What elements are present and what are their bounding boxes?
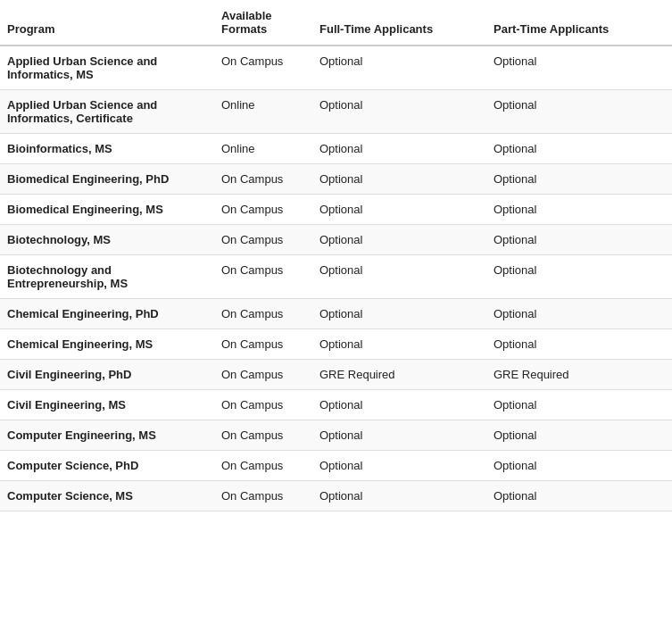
cell-program: Biomedical Engineering, MS xyxy=(0,195,214,225)
cell-program: Computer Science, MS xyxy=(0,481,214,511)
cell-parttime: GRE Required xyxy=(486,360,672,390)
cell-parttime: Optional xyxy=(486,90,672,134)
table-row: Applied Urban Science and Informatics, M… xyxy=(0,46,672,90)
cell-parttime: Optional xyxy=(486,420,672,451)
cell-program: Computer Engineering, MS xyxy=(0,420,214,451)
header-parttime: Part-Time Applicants xyxy=(486,0,672,46)
table-row: Biomedical Engineering, MSOn CampusOptio… xyxy=(0,195,672,225)
table-row: Computer Engineering, MSOn CampusOptiona… xyxy=(0,420,672,451)
cell-program: Biomedical Engineering, PhD xyxy=(0,164,214,195)
cell-fulltime: Optional xyxy=(312,90,486,134)
cell-formats: On Campus xyxy=(214,164,312,195)
cell-parttime: Optional xyxy=(486,164,672,195)
table-row: Applied Urban Science and Informatics, C… xyxy=(0,90,672,134)
table-row: Bioinformatics, MSOnlineOptionalOptional xyxy=(0,134,672,164)
cell-fulltime: Optional xyxy=(312,299,486,329)
table-row: Civil Engineering, MSOn CampusOptionalOp… xyxy=(0,390,672,420)
cell-formats: On Campus xyxy=(214,225,312,255)
table-row: Computer Science, MSOn CampusOptionalOpt… xyxy=(0,481,672,511)
table-row: Chemical Engineering, PhDOn CampusOption… xyxy=(0,299,672,329)
cell-formats: On Campus xyxy=(214,299,312,329)
cell-parttime: Optional xyxy=(486,225,672,255)
cell-formats: On Campus xyxy=(214,420,312,451)
table-row: Civil Engineering, PhDOn CampusGRE Requi… xyxy=(0,360,672,390)
cell-formats: On Campus xyxy=(214,451,312,481)
cell-fulltime: Optional xyxy=(312,481,486,511)
cell-program: Computer Science, PhD xyxy=(0,451,214,481)
cell-parttime: Optional xyxy=(486,255,672,299)
cell-fulltime: Optional xyxy=(312,451,486,481)
table-row: Biomedical Engineering, PhDOn CampusOpti… xyxy=(0,164,672,195)
cell-formats: On Campus xyxy=(214,195,312,225)
cell-formats: On Campus xyxy=(214,481,312,511)
programs-table: Program Available Formats Full-Time Appl… xyxy=(0,0,672,511)
cell-formats: On Campus xyxy=(214,329,312,360)
cell-program: Biotechnology, MS xyxy=(0,225,214,255)
cell-formats: On Campus xyxy=(214,360,312,390)
cell-parttime: Optional xyxy=(486,451,672,481)
cell-program: Chemical Engineering, PhD xyxy=(0,299,214,329)
cell-formats: On Campus xyxy=(214,255,312,299)
header-program: Program xyxy=(0,0,214,46)
table-row: Biotechnology, MSOn CampusOptionalOption… xyxy=(0,225,672,255)
header-fulltime: Full-Time Applicants xyxy=(312,0,486,46)
cell-fulltime: Optional xyxy=(312,329,486,360)
cell-fulltime: Optional xyxy=(312,255,486,299)
cell-formats: Online xyxy=(214,134,312,164)
cell-fulltime: Optional xyxy=(312,420,486,451)
cell-program: Bioinformatics, MS xyxy=(0,134,214,164)
table-row: Computer Science, PhDOn CampusOptionalOp… xyxy=(0,451,672,481)
cell-program: Civil Engineering, MS xyxy=(0,390,214,420)
table-container: Program Available Formats Full-Time Appl… xyxy=(0,0,672,632)
cell-parttime: Optional xyxy=(486,46,672,90)
cell-parttime: Optional xyxy=(486,329,672,360)
cell-parttime: Optional xyxy=(486,134,672,164)
table-row: Chemical Engineering, MSOn CampusOptiona… xyxy=(0,329,672,360)
table-row: Biotechnology and Entrepreneurship, MSOn… xyxy=(0,255,672,299)
cell-program: Civil Engineering, PhD xyxy=(0,360,214,390)
cell-fulltime: GRE Required xyxy=(312,360,486,390)
cell-fulltime: Optional xyxy=(312,134,486,164)
cell-formats: On Campus xyxy=(214,390,312,420)
cell-parttime: Optional xyxy=(486,299,672,329)
cell-program: Applied Urban Science and Informatics, M… xyxy=(0,46,214,90)
cell-formats: Online xyxy=(214,90,312,134)
cell-parttime: Optional xyxy=(486,390,672,420)
cell-program: Biotechnology and Entrepreneurship, MS xyxy=(0,255,214,299)
cell-program: Chemical Engineering, MS xyxy=(0,329,214,360)
cell-fulltime: Optional xyxy=(312,195,486,225)
cell-fulltime: Optional xyxy=(312,164,486,195)
cell-program: Applied Urban Science and Informatics, C… xyxy=(0,90,214,134)
cell-fulltime: Optional xyxy=(312,390,486,420)
cell-fulltime: Optional xyxy=(312,225,486,255)
cell-parttime: Optional xyxy=(486,195,672,225)
table-header-row: Program Available Formats Full-Time Appl… xyxy=(0,0,672,46)
cell-fulltime: Optional xyxy=(312,46,486,90)
cell-formats: On Campus xyxy=(214,46,312,90)
header-formats: Available Formats xyxy=(214,0,312,46)
cell-parttime: Optional xyxy=(486,481,672,511)
